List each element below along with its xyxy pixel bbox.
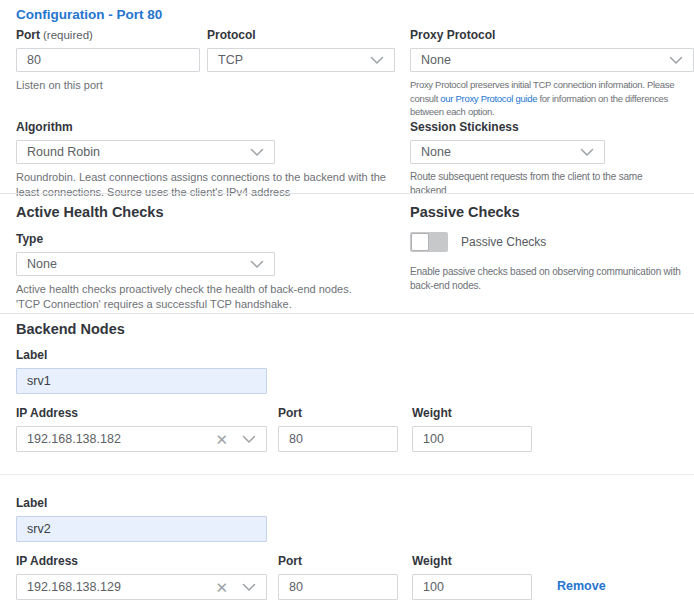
toggle-thumb [411, 233, 429, 251]
node-ip-label: IP Address [16, 406, 267, 421]
node-ip-field: IP Address 192.168.138.129 ✕ [16, 554, 267, 600]
node-address-row: IP Address 192.168.138.129 ✕ Port Weight… [16, 554, 694, 600]
node-address-row: IP Address 192.168.138.182 ✕ Port Weight [16, 406, 694, 452]
node-weight-label: Weight [412, 554, 532, 569]
passive-checks-heading: Passive Checks [410, 204, 694, 220]
clear-icon[interactable]: ✕ [215, 580, 228, 595]
section-divider [0, 193, 694, 194]
node-port-field: Port [278, 554, 398, 600]
chevron-down-icon [250, 148, 264, 157]
node-label-label: Label [16, 496, 267, 511]
backend-node-row: Label IP Address 192.168.138.129 ✕ Port [16, 496, 694, 600]
backend-node-row: Label IP Address 192.168.138.182 ✕ Port [16, 348, 694, 452]
node-ip-value: 192.168.138.129 [27, 580, 121, 594]
protocol-field: Protocol TCP [207, 28, 395, 72]
section-divider [0, 313, 694, 314]
active-health-checks-section: Active Health Checks Type None Active he… [16, 204, 391, 311]
protocol-select[interactable]: TCP [207, 48, 395, 72]
node-port-label: Port [278, 554, 398, 569]
algorithm-select[interactable]: Round Robin [16, 140, 275, 164]
session-stickiness-select[interactable]: None [410, 140, 605, 164]
combobox-icons: ✕ [215, 580, 256, 595]
session-stickiness-select-value: None [421, 145, 451, 159]
node-ip-field: IP Address 192.168.138.182 ✕ [16, 406, 267, 452]
proxy-protocol-helper-text: Proxy Protocol preserves initial TCP con… [410, 78, 694, 119]
node-ip-value: 192.168.138.182 [27, 432, 121, 446]
node-port-label: Port [278, 406, 398, 421]
backend-nodes-heading: Backend Nodes [16, 321, 125, 337]
clear-icon[interactable]: ✕ [215, 432, 228, 447]
port-required-hint: (required) [43, 29, 93, 41]
chevron-down-icon [250, 260, 264, 269]
node-weight-field: Weight [412, 554, 532, 600]
node-weight-input[interactable] [412, 574, 532, 600]
chevron-down-icon[interactable] [242, 435, 256, 444]
node-weight-label: Weight [412, 406, 532, 421]
port-label: Port(required) [16, 28, 200, 43]
passive-checks-section: Passive Checks Passive Checks Enable pas… [410, 204, 694, 293]
node-divider [0, 474, 694, 475]
nodebalancer-config-panel: Configuration - Port 80 Port(required) L… [0, 0, 694, 608]
health-check-type-label: Type [16, 232, 391, 247]
active-health-checks-helper-text: Active health checks proactively check t… [16, 282, 356, 311]
port-field: Port(required) Listen on this port [16, 28, 200, 93]
chevron-down-icon[interactable] [242, 583, 256, 592]
session-stickiness-field: Session Stickiness None Route subsequent… [410, 120, 694, 198]
chevron-down-icon [580, 148, 594, 157]
passive-checks-helper-text: Enable passive checks based on observing… [410, 265, 694, 293]
node-label-field: Label [16, 348, 267, 394]
port-input[interactable] [16, 48, 200, 72]
node-label-field: Label [16, 496, 267, 542]
node-label-label: Label [16, 348, 267, 363]
passive-checks-toggle[interactable] [410, 232, 448, 252]
node-port-input[interactable] [278, 426, 398, 452]
chevron-down-icon [370, 56, 384, 65]
node-weight-field: Weight [412, 406, 532, 452]
node-port-field: Port [278, 406, 398, 452]
config-panel-title[interactable]: Configuration - Port 80 [16, 7, 162, 22]
protocol-label: Protocol [207, 28, 395, 43]
node-ip-label: IP Address [16, 554, 267, 569]
session-stickiness-label: Session Stickiness [410, 120, 694, 135]
proxy-protocol-select[interactable]: None [410, 48, 694, 72]
algorithm-field: Algorithm Round Robin Roundrobin. Least … [16, 120, 391, 199]
node-port-input[interactable] [278, 574, 398, 600]
port-helper-text: Listen on this port [16, 78, 200, 93]
chevron-down-icon [669, 56, 683, 65]
health-check-type-select-value: None [27, 257, 57, 271]
algorithm-label: Algorithm [16, 120, 391, 135]
node-label-input[interactable] [16, 368, 267, 394]
node-ip-combobox[interactable]: 192.168.138.182 ✕ [16, 426, 267, 452]
proxy-protocol-field: Proxy Protocol None Proxy Protocol prese… [410, 28, 694, 119]
node-label-input[interactable] [16, 516, 267, 542]
health-check-type-select[interactable]: None [16, 252, 275, 276]
protocol-select-value: TCP [218, 53, 243, 67]
node-ip-combobox[interactable]: 192.168.138.129 ✕ [16, 574, 267, 600]
algorithm-select-value: Round Robin [27, 145, 100, 159]
combobox-icons: ✕ [215, 432, 256, 447]
active-health-checks-heading: Active Health Checks [16, 204, 391, 220]
proxy-protocol-label: Proxy Protocol [410, 28, 694, 43]
remove-node-button[interactable]: Remove [557, 579, 606, 593]
passive-checks-toggle-row: Passive Checks [410, 232, 694, 252]
node-weight-input[interactable] [412, 426, 532, 452]
algorithm-helper-text: Roundrobin. Least connections assigns co… [16, 170, 386, 199]
passive-checks-toggle-label: Passive Checks [461, 235, 546, 249]
proxy-protocol-select-value: None [421, 53, 451, 67]
port-label-text: Port [16, 28, 40, 42]
proxy-protocol-guide-link[interactable]: our Proxy Protocol guide [440, 93, 537, 104]
